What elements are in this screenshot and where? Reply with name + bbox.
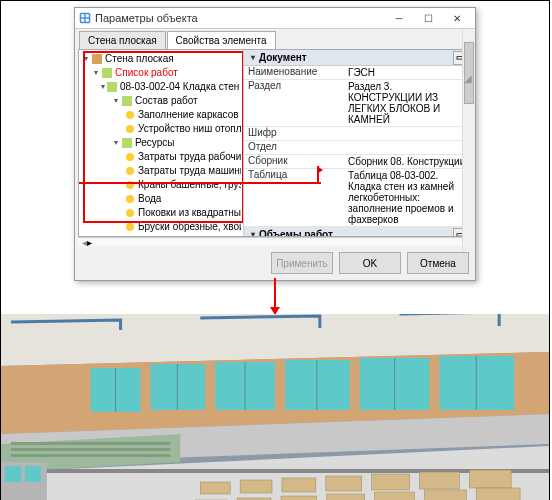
connector-line bbox=[79, 182, 321, 184]
svg-point-17 bbox=[126, 223, 134, 231]
prop-label: Таблица bbox=[244, 169, 346, 226]
tab-wall[interactable]: Стена плоская bbox=[79, 31, 166, 49]
svg-rect-52 bbox=[327, 494, 365, 500]
prop-value[interactable]: ГЭСН bbox=[346, 66, 471, 79]
svg-point-12 bbox=[126, 153, 134, 161]
app-icon bbox=[79, 12, 91, 24]
resize-grip-icon[interactable]: ◢ bbox=[464, 73, 472, 84]
tree-leaf[interactable]: Вода bbox=[138, 192, 161, 206]
3d-scene bbox=[1, 314, 549, 500]
svg-point-9 bbox=[126, 111, 134, 119]
expander-icon[interactable]: ▾ bbox=[81, 55, 90, 64]
item-icon bbox=[125, 152, 135, 162]
svg-point-16 bbox=[126, 209, 134, 217]
prop-label: Наименование bbox=[244, 66, 346, 79]
svg-rect-46 bbox=[372, 474, 410, 490]
svg-rect-41 bbox=[1, 469, 549, 473]
item-icon bbox=[125, 194, 135, 204]
tree-leaf[interactable]: Краны башенные, грузопо bbox=[138, 178, 241, 192]
close-button[interactable]: ✕ bbox=[443, 9, 471, 27]
svg-rect-57 bbox=[5, 466, 21, 482]
wall-icon bbox=[92, 54, 102, 64]
svg-rect-24 bbox=[150, 364, 205, 410]
list-icon bbox=[102, 68, 112, 78]
svg-rect-42 bbox=[200, 482, 230, 494]
svg-rect-1 bbox=[81, 14, 84, 17]
expander-icon[interactable]: ▾ bbox=[111, 139, 120, 148]
svg-rect-4 bbox=[86, 19, 89, 22]
tree-work-item[interactable]: 08-03-002-04 Кладка стен из лег bbox=[120, 80, 241, 94]
expander-icon[interactable]: ▾ bbox=[111, 97, 120, 106]
prop-value[interactable]: Таблица 08-03-002. Кладка стен из камней… bbox=[346, 169, 471, 226]
titlebar[interactable]: Параметры объекта ─ ☐ ✕ bbox=[75, 8, 475, 29]
tree-composition[interactable]: Состав работ bbox=[135, 94, 198, 108]
tree-works-list[interactable]: Список работ bbox=[115, 66, 178, 80]
expander-icon[interactable]: ▾ bbox=[91, 69, 100, 78]
minimize-button[interactable]: ─ bbox=[385, 9, 413, 27]
svg-rect-47 bbox=[419, 472, 459, 489]
tree-pane: ▾Стена плоская ▾Список работ ▾08-03-002-… bbox=[79, 50, 244, 236]
section-document[interactable]: ▾Документ▭ bbox=[244, 50, 471, 66]
item-icon bbox=[125, 166, 135, 176]
svg-rect-26 bbox=[285, 360, 350, 410]
svg-rect-58 bbox=[25, 466, 41, 482]
scrollbar[interactable] bbox=[462, 30, 475, 252]
tree-leaf[interactable]: Поковки из квадратных заг bbox=[138, 206, 241, 220]
svg-rect-45 bbox=[326, 476, 362, 491]
svg-rect-28 bbox=[439, 356, 514, 410]
svg-point-13 bbox=[126, 167, 134, 175]
tab-element-props[interactable]: Свойства элемента bbox=[167, 31, 276, 49]
ok-button[interactable]: OK bbox=[339, 252, 401, 274]
item-icon bbox=[125, 222, 135, 232]
tree-leaf[interactable]: Бруски обрезные, хвойных bbox=[138, 220, 241, 234]
tree-leaf[interactable]: Растворы цементно-извест bbox=[138, 234, 241, 236]
svg-rect-11 bbox=[122, 138, 132, 148]
tree-leaf[interactable]: Устройство ниш отопления bbox=[138, 122, 241, 136]
svg-rect-6 bbox=[102, 68, 112, 78]
tree-leaf[interactable]: Затраты труда машинистов bbox=[138, 164, 241, 178]
maximize-button[interactable]: ☐ bbox=[414, 9, 442, 27]
properties-pane: ▾Документ▭ НаименованиеГЭСН РазделРаздел… bbox=[244, 50, 471, 236]
svg-rect-38 bbox=[11, 448, 170, 451]
3d-viewport[interactable] bbox=[1, 314, 549, 500]
title-text: Параметры объекта bbox=[95, 12, 385, 24]
svg-rect-51 bbox=[281, 496, 317, 500]
apply-button[interactable]: Применить bbox=[271, 252, 333, 274]
cancel-button[interactable]: Отмена bbox=[407, 252, 469, 274]
scroll-right-icon[interactable]: ▸ bbox=[87, 237, 92, 248]
tree-resources[interactable]: Ресурсы bbox=[135, 136, 174, 150]
section-volumes[interactable]: ▾Объемы работ▭ bbox=[244, 227, 471, 236]
prop-label: Раздел bbox=[244, 80, 346, 126]
item-icon bbox=[125, 110, 135, 120]
scroll-left-icon[interactable]: ◂ bbox=[78, 237, 87, 248]
prop-value[interactable]: Раздел 3. КОНСТРУКЦИИ ИЗ ЛЕГКИХ БЛОКОВ И… bbox=[346, 80, 471, 126]
folder-icon bbox=[122, 138, 132, 148]
work-icon bbox=[107, 82, 117, 92]
tab-bar: Стена плоская Свойства элемента bbox=[75, 29, 475, 49]
svg-rect-48 bbox=[469, 470, 511, 488]
svg-rect-2 bbox=[86, 14, 89, 17]
svg-point-15 bbox=[126, 195, 134, 203]
tree-leaf[interactable]: Затраты труда рабочих (Ср bbox=[138, 150, 241, 164]
svg-rect-54 bbox=[424, 490, 466, 500]
svg-rect-43 bbox=[240, 480, 272, 493]
prop-value[interactable] bbox=[346, 127, 471, 140]
object-parameters-dialog: Параметры объекта ─ ☐ ✕ Стена плоская Св… bbox=[74, 7, 476, 281]
arrow-down-icon bbox=[274, 278, 276, 314]
tree-root[interactable]: Стена плоская bbox=[105, 52, 174, 66]
svg-rect-55 bbox=[476, 488, 520, 500]
tree-leaf[interactable]: Заполнение каркасов и фа bbox=[138, 108, 241, 122]
item-icon bbox=[125, 124, 135, 134]
svg-rect-3 bbox=[81, 19, 84, 22]
prop-value[interactable] bbox=[346, 141, 471, 154]
svg-rect-7 bbox=[107, 82, 117, 92]
prop-value[interactable]: Сборник 08. Конструкции из кирпича и бло… bbox=[346, 155, 471, 168]
folder-icon bbox=[122, 96, 132, 106]
expander-icon[interactable]: ▾ bbox=[101, 83, 105, 92]
prop-label: Шифр bbox=[244, 127, 346, 140]
prop-label: Отдел bbox=[244, 141, 346, 154]
svg-point-10 bbox=[126, 125, 134, 133]
arrow-icon bbox=[317, 166, 327, 174]
svg-rect-5 bbox=[92, 54, 102, 64]
prop-label: Сборник bbox=[244, 155, 346, 168]
